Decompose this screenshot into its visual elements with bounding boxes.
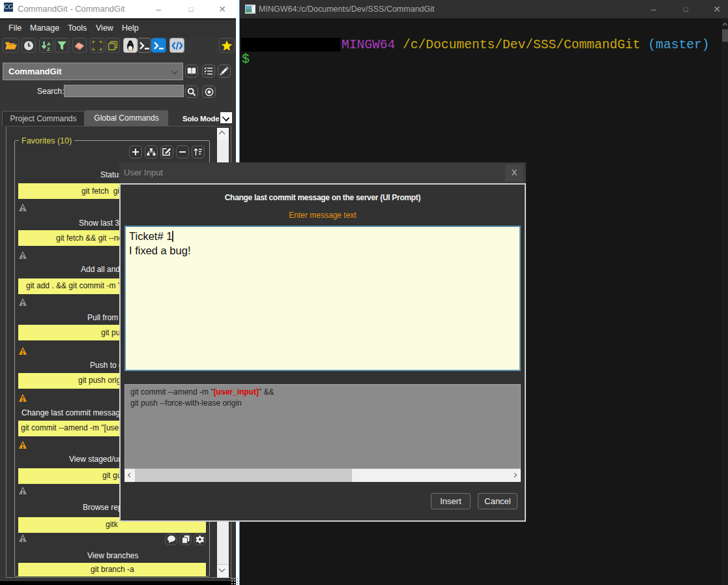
svg-text:Z: Z — [47, 46, 50, 51]
